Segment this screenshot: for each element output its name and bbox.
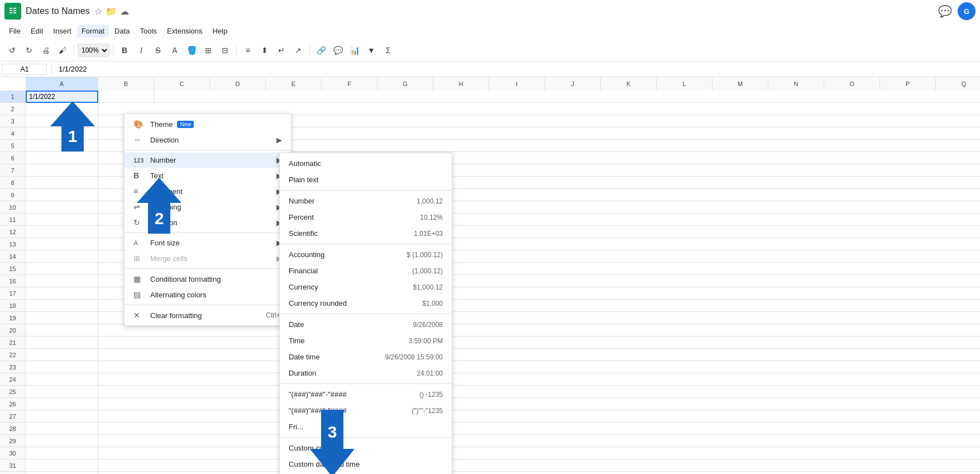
cell-A13[interactable] xyxy=(26,238,98,250)
cell-A30[interactable] xyxy=(26,447,98,459)
cell-A28[interactable] xyxy=(26,423,98,435)
cell-A7[interactable] xyxy=(26,164,98,177)
cell-A22[interactable] xyxy=(26,349,98,361)
zoom-select[interactable]: 100% xyxy=(78,44,109,57)
col-header-H[interactable]: H xyxy=(433,77,489,91)
cell-A23[interactable] xyxy=(26,361,98,373)
menu-file[interactable]: File xyxy=(4,25,25,37)
col-header-C[interactable]: C xyxy=(154,77,210,91)
rotate-button[interactable]: ↗ xyxy=(290,42,306,58)
col-header-A[interactable]: A xyxy=(26,77,98,91)
col-header-I[interactable]: I xyxy=(489,77,545,91)
italic-button[interactable]: I xyxy=(133,42,149,58)
chart-button[interactable]: 📊 xyxy=(347,42,362,58)
cell-A24[interactable] xyxy=(26,373,98,386)
format-menu-item-merge[interactable]: ⊞ Merge cells ▶ xyxy=(125,250,291,266)
cell-A18[interactable] xyxy=(26,300,98,312)
col-header-F[interactable]: F xyxy=(322,77,377,91)
num-item-percent[interactable]: Percent 10.12% xyxy=(280,209,452,225)
cell-A9[interactable] xyxy=(26,189,98,201)
cell-reference-input[interactable]: A1 xyxy=(2,64,47,75)
num-item-time[interactable]: Time 3:59:00 PM xyxy=(280,333,452,349)
cell-A12[interactable] xyxy=(26,226,98,238)
text-color-button[interactable]: A xyxy=(167,42,183,58)
format-menu-item-theme[interactable]: 🎨 Theme New xyxy=(125,116,291,132)
star-icon[interactable]: ☆ xyxy=(94,6,102,17)
col-header-N[interactable]: N xyxy=(768,77,824,91)
num-item-plain-text[interactable]: Plain text xyxy=(280,172,452,188)
col-header-M[interactable]: M xyxy=(713,77,768,91)
print-button[interactable]: 🖨 xyxy=(38,42,54,58)
cell-A8[interactable] xyxy=(26,177,98,189)
menu-extensions[interactable]: Extensions xyxy=(162,25,207,37)
halign-button[interactable]: ≡ xyxy=(240,42,256,58)
menu-edit[interactable]: Edit xyxy=(26,25,47,37)
link-button[interactable]: 🔗 xyxy=(313,42,329,58)
cell-A27[interactable] xyxy=(26,410,98,423)
num-item-financial[interactable]: Financial (1,000.12) xyxy=(280,263,452,279)
num-item-number[interactable]: Number 1,000.12 xyxy=(280,193,452,209)
format-menu-item-direction[interactable]: ↔ Direction ▶ xyxy=(125,132,291,148)
col-header-L[interactable]: L xyxy=(657,77,713,91)
cell-A32[interactable] xyxy=(26,472,98,474)
col-header-O[interactable]: O xyxy=(824,77,880,91)
merge-button[interactable]: ⊟ xyxy=(217,42,233,58)
col-header-J[interactable]: J xyxy=(545,77,601,91)
strikethrough-button[interactable]: S xyxy=(150,42,166,58)
num-item-accounting[interactable]: Accounting $ (1,000.12) xyxy=(280,247,452,263)
paint-format-button[interactable]: 🖌 xyxy=(55,42,70,58)
cell-A11[interactable] xyxy=(26,214,98,226)
cell-A21[interactable] xyxy=(26,336,98,349)
cell-A31[interactable] xyxy=(26,459,98,472)
format-menu-item-number[interactable]: 123 Number ▶ xyxy=(125,153,291,168)
fill-color-button[interactable]: 🪣 xyxy=(184,42,199,58)
format-menu-item-clear[interactable]: ✕ Clear formatting Ctrl+\ xyxy=(125,307,291,323)
cloud-icon[interactable]: ☁ xyxy=(120,6,129,17)
comment-button[interactable]: 💬 xyxy=(330,42,346,58)
col-header-Q[interactable]: Q xyxy=(936,77,980,91)
cell-B1[interactable] xyxy=(98,91,154,103)
cell-A19[interactable] xyxy=(26,312,98,324)
num-item-datetime[interactable]: Date time 9/26/2008 15:59:00 xyxy=(280,349,452,365)
menu-help[interactable]: Help xyxy=(208,25,232,37)
cell-A10[interactable] xyxy=(26,201,98,214)
folder-icon[interactable]: 📁 xyxy=(106,6,117,17)
cell-A25[interactable] xyxy=(26,386,98,398)
num-item-format1[interactable]: "(###)"###"-"#### () -1235 xyxy=(280,386,452,402)
redo-button[interactable]: ↻ xyxy=(21,42,37,58)
cell-A17[interactable] xyxy=(26,287,98,300)
filter-button[interactable]: ▼ xyxy=(364,42,379,58)
menu-tools[interactable]: Tools xyxy=(136,25,161,37)
undo-button[interactable]: ↺ xyxy=(4,42,20,58)
col-header-G[interactable]: G xyxy=(377,77,433,91)
cell-A29[interactable] xyxy=(26,435,98,447)
num-item-currency[interactable]: Currency $1,000.12 xyxy=(280,279,452,295)
menu-data[interactable]: Data xyxy=(110,25,134,37)
bold-button[interactable]: B xyxy=(117,42,132,58)
col-header-P[interactable]: P xyxy=(880,77,936,91)
menu-insert[interactable]: Insert xyxy=(49,25,76,37)
menu-format[interactable]: Format xyxy=(77,25,109,37)
num-item-scientific[interactable]: Scientific 1.01E+03 xyxy=(280,225,452,241)
chat-icon[interactable]: 💬 xyxy=(938,4,952,18)
num-item-currency-rounded[interactable]: Currency rounded $1,000 xyxy=(280,295,452,311)
formula-input[interactable] xyxy=(56,64,978,74)
account-avatar[interactable]: G xyxy=(958,2,976,20)
cell-A26[interactable] xyxy=(26,398,98,410)
cell-A14[interactable] xyxy=(26,250,98,263)
wrap-button[interactable]: ↵ xyxy=(274,42,289,58)
num-item-duration[interactable]: Duration 24:01:00 xyxy=(280,365,452,381)
borders-button[interactable]: ⊞ xyxy=(200,42,216,58)
format-menu-item-alternating[interactable]: ▤ Alternating colors xyxy=(125,287,291,302)
col-header-B[interactable]: B xyxy=(98,77,154,91)
col-header-K[interactable]: K xyxy=(601,77,657,91)
cell-A16[interactable] xyxy=(26,275,98,287)
function-button[interactable]: Σ xyxy=(380,42,396,58)
cell-A15[interactable] xyxy=(26,263,98,275)
num-item-automatic[interactable]: Automatic xyxy=(280,155,452,172)
valign-button[interactable]: ⬍ xyxy=(257,42,273,58)
col-header-D[interactable]: D xyxy=(210,77,266,91)
cell-A20[interactable] xyxy=(26,324,98,336)
format-menu-item-conditional[interactable]: ▦ Conditional formatting xyxy=(125,271,291,287)
num-item-date[interactable]: Date 9/26/2008 xyxy=(280,316,452,333)
